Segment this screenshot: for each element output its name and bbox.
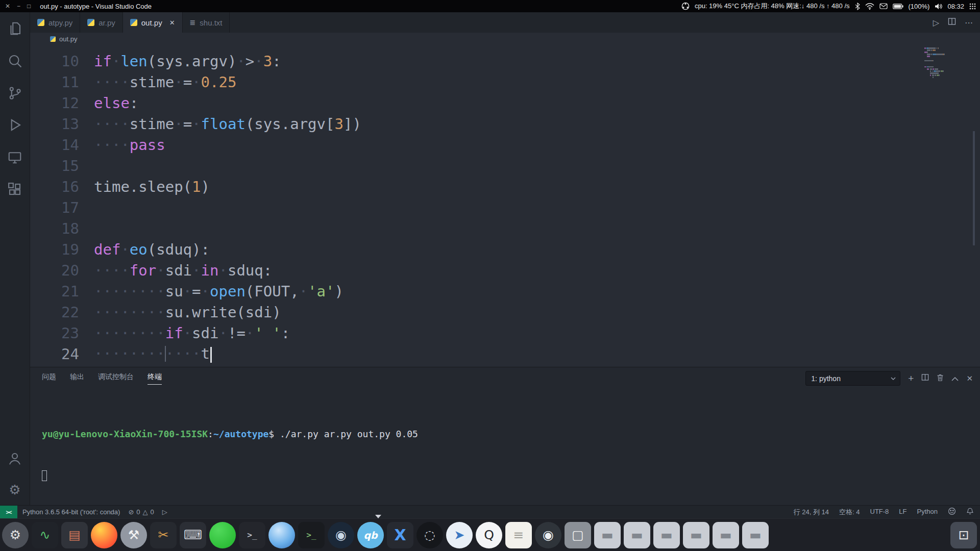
dock-window-app-icon[interactable]: ▢ <box>565 522 591 548</box>
dock-drive-3-icon[interactable]: ▬ <box>653 522 680 548</box>
run-icon[interactable]: ▷ <box>162 508 167 516</box>
kill-terminal-icon[interactable] <box>937 373 944 384</box>
dock-terminal-app-icon[interactable]: >_ <box>239 522 265 548</box>
breadcrumb[interactable]: out.py <box>30 33 980 45</box>
close-panel-icon[interactable]: ✕ <box>966 374 973 383</box>
account-icon[interactable] <box>0 442 30 474</box>
panel-tab-问题[interactable]: 问题 <box>42 372 56 385</box>
code-line[interactable]: 18 <box>30 218 914 239</box>
dock-compass-browser-icon[interactable]: ➤ <box>446 522 473 548</box>
code-line[interactable]: 13····stime·=·float(sys.argv[3]) <box>30 113 914 134</box>
code-line[interactable]: 11····stime·=·0.25 <box>30 71 914 92</box>
run-python-file-icon[interactable]: ▷ <box>933 18 939 28</box>
python-interpreter[interactable]: Python 3.6.5 64-bit ('root': conda) <box>22 508 120 516</box>
code-line[interactable]: 12else: <box>30 92 914 113</box>
dock-drive-1-icon[interactable]: ▬ <box>594 522 621 548</box>
dock-qbittorrent-icon[interactable]: qb <box>357 522 384 548</box>
code-line[interactable]: 24············t <box>30 343 914 364</box>
problems-indicator[interactable]: ⊘0 △0 <box>128 508 154 516</box>
dock-drive-6-icon[interactable]: ▬ <box>742 522 769 548</box>
vscode-window: ⚙ atpy.pyar.pyout.py✕≣shu.txt ▷ ⋯ out.py… <box>0 12 980 505</box>
dock-steam-icon[interactable]: ◉ <box>328 522 354 548</box>
dock-keyboard-tool-icon[interactable]: ⌨ <box>180 522 206 548</box>
tab-out.py[interactable]: out.py✕ <box>123 12 183 33</box>
panel-tab-终端[interactable]: 终端 <box>148 372 162 385</box>
code-line[interactable]: 15 <box>30 155 914 176</box>
dock-audio-recorder-icon[interactable]: ∿ <box>32 522 58 548</box>
code-line[interactable]: 14····pass <box>30 134 914 155</box>
status-item[interactable]: UTF-8 <box>870 508 889 517</box>
code-line[interactable]: 20····for·sdi·in·sduq: <box>30 260 914 281</box>
dock-media-editor-icon[interactable]: ✂ <box>150 522 177 548</box>
settings-gear-icon[interactable]: ⚙ <box>0 474 30 505</box>
code-area: 10if·len(sys.argv)·>·3:11····stime·=·0.2… <box>30 51 914 364</box>
extensions-icon[interactable] <box>0 173 30 205</box>
minimap[interactable] <box>924 47 948 79</box>
dock-wechat-icon[interactable] <box>209 522 236 548</box>
volume-icon[interactable] <box>935 3 942 10</box>
code-line[interactable]: 21········su·=·open(FOUT,·'a') <box>30 281 914 302</box>
terminal[interactable]: yu@yu-Lenovo-XiaoXin-700-15ISK:~/autotyp… <box>30 390 980 512</box>
code-line[interactable]: 10if·len(sys.argv)·>·3: <box>30 51 914 71</box>
dock-drive-2-icon[interactable]: ▬ <box>624 522 650 548</box>
dock-drive-5-icon[interactable]: ▬ <box>713 522 739 548</box>
maximize-window-icon[interactable]: □ <box>27 3 31 10</box>
status-item[interactable]: LF <box>899 508 906 517</box>
dock-obs-studio-icon[interactable]: ◉ <box>535 522 561 548</box>
editor-scrollbar[interactable] <box>973 131 975 245</box>
tab-shu.txt[interactable]: ≣shu.txt <box>183 12 230 33</box>
close-window-icon[interactable]: ✕ <box>5 3 10 10</box>
minimize-window-icon[interactable]: − <box>17 3 20 10</box>
bluetooth-icon[interactable] <box>855 3 860 10</box>
status-item[interactable]: Python <box>917 508 938 517</box>
dock-displays-icon[interactable]: ⊡ <box>950 522 977 548</box>
dock-file-manager-icon[interactable]: ▤ <box>61 522 88 548</box>
tab-atpy.py[interactable]: atpy.py <box>30 12 80 33</box>
dock-drive-4-icon[interactable]: ▬ <box>683 522 709 548</box>
code-text: if·len(sys.argv)·>·3: <box>94 53 281 70</box>
source-control-icon[interactable] <box>0 77 30 109</box>
remote-indicator[interactable]: >< <box>0 506 17 518</box>
terminal-prompt-line: yu@yu-Lenovo-XiaoXin-700-15ISK:~/autotyp… <box>42 427 980 441</box>
code-line[interactable]: 16time.sleep(1) <box>30 176 914 197</box>
split-terminal-icon[interactable] <box>921 373 929 383</box>
dock-browser-icon[interactable] <box>268 522 295 548</box>
app-grid-icon[interactable] <box>969 3 976 10</box>
battery-icon[interactable] <box>893 4 903 9</box>
search-icon[interactable] <box>0 44 30 77</box>
code-editor[interactable]: 10if·len(sys.argv)·>·3:11····stime·=·0.2… <box>30 45 980 367</box>
dock-qq-icon[interactable]: Q <box>476 522 502 548</box>
split-editor-icon[interactable] <box>948 17 956 28</box>
code-text: ········if·sdi·!=·' ': <box>94 324 290 342</box>
new-terminal-icon[interactable]: + <box>908 373 914 383</box>
code-line[interactable]: 22········su.write(sdi) <box>30 302 914 322</box>
maximize-panel-icon[interactable] <box>951 374 959 383</box>
status-item[interactable]: 空格: 4 <box>839 508 860 517</box>
tab-ar.py[interactable]: ar.py <box>80 12 123 33</box>
line-number: 13 <box>30 115 79 133</box>
code-line[interactable]: 23········if·sdi·!=·' ': <box>30 322 914 343</box>
dock-tweaks-icon[interactable]: ⚒ <box>120 522 147 548</box>
dock-firefox-icon[interactable] <box>91 522 117 548</box>
close-icon[interactable]: ✕ <box>169 19 175 27</box>
panel-tab-调试控制台[interactable]: 调试控制台 <box>98 372 134 385</box>
code-line[interactable]: 19def·eo(sduq): <box>30 239 914 260</box>
notifications-bell-icon[interactable] <box>966 507 974 517</box>
terminal-selector[interactable]: 1: python <box>805 371 900 386</box>
remote-explorer-icon[interactable] <box>0 141 30 173</box>
feedback-smiley-icon[interactable] <box>948 507 956 517</box>
code-line[interactable]: 17 <box>30 197 914 218</box>
status-item[interactable]: 行 24, 列 14 <box>794 508 829 517</box>
dock-terminal-dark-icon[interactable]: >_ <box>298 522 325 548</box>
mail-icon[interactable] <box>879 3 888 9</box>
system-stats-text: cpu: 19% 45°C 内存占用: 48% 网速:↓ 480 /s ↑ 48… <box>695 2 850 11</box>
dock-vscode-icon[interactable]: X <box>387 522 413 548</box>
wifi-icon[interactable] <box>865 3 874 10</box>
dock-obs-round-icon[interactable]: ◌ <box>416 522 443 548</box>
more-actions-icon[interactable]: ⋯ <box>965 18 973 28</box>
panel-tab-输出[interactable]: 输出 <box>70 372 84 385</box>
dock-settings-icon[interactable]: ⚙ <box>2 522 29 548</box>
dock-notes-icon[interactable]: ≡ <box>505 522 532 548</box>
explorer-icon[interactable] <box>0 12 30 44</box>
run-debug-icon[interactable] <box>0 109 30 141</box>
